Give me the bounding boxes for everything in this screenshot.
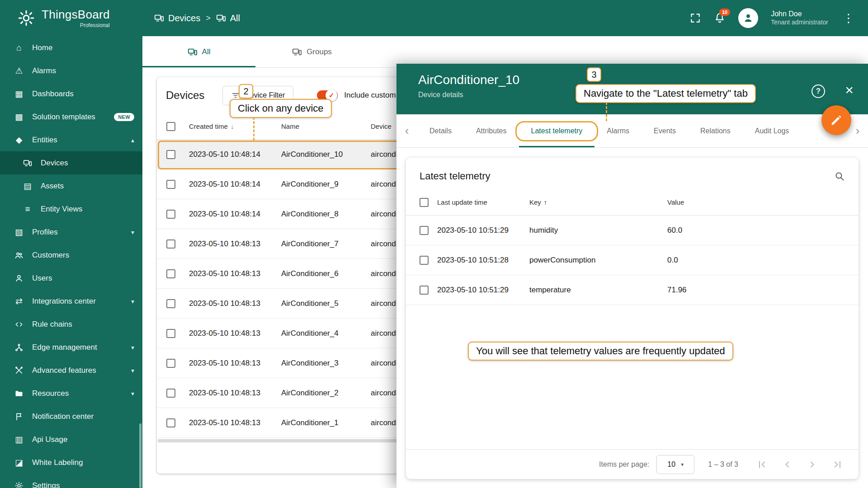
sidebar-scrollbar[interactable]	[139, 423, 142, 488]
sidebar-item-customers[interactable]: Customers	[0, 244, 142, 267]
tab-events[interactable]: Events	[642, 114, 688, 147]
tab-details[interactable]: Details	[417, 114, 464, 147]
user-avatar[interactable]	[738, 8, 758, 28]
sidebar-item-alarms[interactable]: ⚠ Alarms	[0, 59, 142, 82]
row-checkbox[interactable]	[420, 286, 429, 295]
row-checkbox[interactable]	[166, 210, 175, 219]
fullscreen-button[interactable]	[689, 12, 701, 24]
row-checkbox[interactable]	[420, 226, 429, 235]
sidebar-item-white-labeling[interactable]: ◪ White Labeling	[0, 451, 142, 474]
topbar-actions: 10 John Doe Tenant administrator ⋮	[689, 8, 868, 28]
edit-fab-button[interactable]	[821, 105, 851, 135]
sidebar-item-label: Resources	[32, 389, 69, 398]
sidebar-item-settings[interactable]: Settings	[0, 474, 142, 488]
include-customers-toggle[interactable]: ✓	[317, 90, 338, 100]
last-page-icon[interactable]	[832, 459, 843, 470]
notifications-button[interactable]: 10	[714, 12, 726, 24]
chevron-down-icon: ▾	[131, 344, 134, 351]
fullscreen-icon	[689, 12, 701, 24]
sidebar-item-notification-center[interactable]: Notification center	[0, 405, 142, 428]
breadcrumb-devices[interactable]: Devices	[154, 13, 200, 23]
sidebar-item-integrations-center[interactable]: ⇄ Integrations center ▾	[0, 290, 142, 313]
breadcrumb-separator: >	[206, 14, 211, 23]
row-checkbox[interactable]	[166, 359, 175, 368]
row-checkbox[interactable]	[166, 180, 175, 189]
row-checkbox[interactable]	[166, 389, 175, 398]
close-icon[interactable]: ×	[845, 83, 854, 97]
tab-alarms[interactable]: Alarms	[594, 114, 642, 147]
column-value[interactable]: Value	[667, 198, 859, 206]
more-menu-button[interactable]: ⋮	[841, 11, 856, 25]
next-page-icon[interactable]	[807, 459, 818, 470]
panel-tab-bar: ‹ Details Attributes Latest telemetry Al…	[396, 114, 868, 148]
device-filter-button[interactable]: Device Filter	[222, 86, 293, 105]
sort-desc-icon: ↓	[231, 122, 234, 130]
sidebar-item-label: Api Usage	[32, 435, 67, 444]
column-created-time[interactable]: Created time↓	[189, 122, 281, 130]
chevron-up-icon: ▴	[131, 136, 134, 144]
tab-latest-telemetry[interactable]: Latest telemetry	[519, 114, 595, 147]
help-button[interactable]: ?	[811, 84, 825, 98]
sidebar-item-profiles[interactable]: ▧ Profiles ▾	[0, 221, 142, 244]
sidebar-item-label: White Labeling	[32, 458, 83, 467]
items-per-page-select[interactable]: 10 ▾	[656, 455, 694, 474]
sidebar-item-edge-management[interactable]: Edge management ▾	[0, 336, 142, 359]
sidebar-item-label: Integrations center	[32, 297, 96, 306]
sidebar-item-label: Rule chains	[32, 320, 72, 329]
sidebar-item-api-usage[interactable]: ▥ Api Usage	[0, 428, 142, 451]
cell-time: 2023-05-10 10:51:29	[437, 226, 529, 235]
sidebar-item-label: Edge management	[32, 343, 97, 352]
tab-attributes[interactable]: Attributes	[464, 114, 519, 147]
row-checkbox[interactable]	[166, 150, 175, 159]
select-all-checkbox[interactable]	[166, 122, 175, 131]
row-checkbox[interactable]	[166, 329, 175, 338]
cell-key: temperature	[529, 286, 667, 295]
app-logo[interactable]: ThingsBoard Professional	[0, 8, 142, 28]
row-checkbox[interactable]	[166, 418, 175, 427]
row-checkbox[interactable]	[166, 299, 175, 308]
breadcrumb-all[interactable]: All	[216, 13, 240, 23]
row-checkbox[interactable]	[420, 256, 429, 265]
sidebar-item-solution-templates[interactable]: ▩ Solution templates NEW	[0, 105, 142, 128]
sidebar-item-entities[interactable]: ◆ Entities ▴	[0, 128, 142, 151]
tab-audit-logs[interactable]: Audit Logs	[743, 114, 802, 147]
notification-badge: 10	[719, 9, 730, 16]
search-icon[interactable]	[834, 171, 845, 182]
previous-page-icon[interactable]	[782, 459, 793, 470]
sidebar-item-assets[interactable]: ▤ Assets	[0, 174, 142, 197]
chevron-down-icon: ▾	[131, 229, 134, 236]
person-icon	[742, 12, 754, 24]
telemetry-row[interactable]: 2023-05-10 10:51:29 temperature 71.96	[406, 275, 859, 305]
sidebar-item-dashboards[interactable]: ▦ Dashboards	[0, 82, 142, 105]
row-checkbox[interactable]	[166, 239, 175, 249]
sidebar-item-resources[interactable]: Resources ▾	[0, 382, 142, 405]
column-key[interactable]: Key↑	[529, 198, 667, 206]
telemetry-table-header: Last update time Key↑ Value	[406, 189, 859, 216]
first-page-icon[interactable]	[756, 459, 767, 470]
cell-value: 0.0	[667, 256, 859, 265]
cell-name: AirConditioner_1	[281, 418, 371, 427]
tab-groups[interactable]: Groups	[255, 36, 368, 67]
latest-telemetry-card: Latest telemetry Last update time Key↑ V…	[406, 158, 859, 479]
sidebar-item-advanced-features[interactable]: Advanced features ▾	[0, 359, 142, 382]
row-checkbox[interactable]	[166, 269, 175, 278]
logo-title: ThingsBoard	[42, 8, 110, 22]
sidebar-item-devices[interactable]: Devices	[0, 151, 142, 174]
select-all-checkbox[interactable]	[420, 198, 429, 207]
flag-icon	[14, 412, 24, 421]
sidebar-item-entity-views[interactable]: ≡ Entity Views	[0, 197, 142, 221]
telemetry-row[interactable]: 2023-05-10 10:51:29 humidity 60.0	[406, 216, 859, 245]
sidebar-item-home[interactable]: ⌂ Home	[0, 36, 142, 59]
tabs-scroll-left-icon[interactable]: ‹	[396, 114, 417, 147]
sidebar-item-rule-chains[interactable]: Rule chains	[0, 313, 142, 336]
devices-group-icon	[292, 47, 302, 57]
column-last-update-time[interactable]: Last update time	[437, 198, 529, 206]
api-usage-icon: ▥	[14, 434, 24, 445]
tab-relations[interactable]: Relations	[688, 114, 743, 147]
device-filter-label: Device Filter	[245, 91, 285, 99]
sidebar-item-users[interactable]: Users	[0, 267, 142, 290]
tab-all[interactable]: All	[142, 36, 255, 67]
cell-name: AirConditioner_4	[281, 329, 371, 338]
telemetry-row[interactable]: 2023-05-10 10:51:28 powerConsumption 0.0	[406, 245, 859, 275]
column-name[interactable]: Name	[281, 122, 371, 130]
